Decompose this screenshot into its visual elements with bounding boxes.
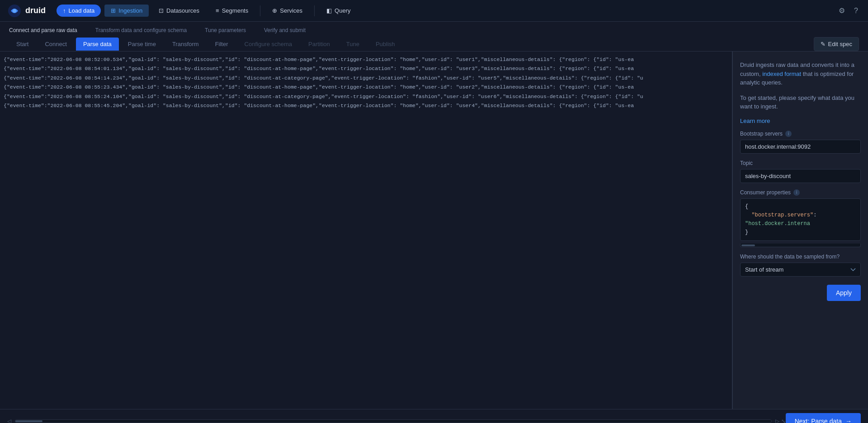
tab-start[interactable]: Start [9,38,36,51]
data-line: {"event-time":"2022-06-08 08:55:24.104",… [4,92,728,101]
phase-verify: Verify and submit [264,27,306,33]
consumer-properties-info-icon[interactable]: i [793,189,800,196]
tab-tune: Tune [339,38,367,51]
bootstrap-servers-input[interactable] [740,140,861,154]
topic-label: Topic [740,160,861,166]
tab-partition: Partition [301,38,337,51]
consumer-props-value: "host.docker.interna [745,221,810,227]
query-icon: ◧ [326,7,332,14]
services-nav-button[interactable]: ⊕ Services [266,5,309,17]
data-line: {"event-time":"2022-06-08 08:52:00.534",… [4,55,728,64]
indexed-format-link[interactable]: indexed format [762,70,801,77]
tab-publish: Publish [368,38,402,51]
intro-description-2: To get started, please specify what data… [740,94,861,111]
apply-button[interactable]: Apply [827,285,861,301]
data-line: {"event-time":"2022-06-08 08:55:23.434",… [4,83,728,92]
bottom-scrollbar-thumb [15,420,42,422]
scroll-left-indicator: ◁ [7,418,11,423]
edit-spec-icon: ✎ [821,41,826,47]
learn-more-link[interactable]: Learn more [740,118,861,124]
topic-input[interactable] [740,169,861,183]
consumer-props-open-brace: { [745,202,856,211]
tab-connect[interactable]: Connect [38,38,74,51]
main-content: {"event-time":"2022-06-08 08:52:00.534",… [0,52,868,409]
consumer-props-entry: "bootstrap.servers": "host.docker.intern… [745,211,856,228]
datasources-nav-button[interactable]: ⊡ Datasources [152,5,206,17]
consumer-properties-group: Consumer properties i { "bootstrap.serve… [740,189,861,248]
data-preview-panel[interactable]: {"event-time":"2022-06-08 08:52:00.534",… [0,52,732,409]
segments-nav-button[interactable]: ≡ Segments [209,5,255,17]
next-arrow-icon: → [845,418,852,423]
druid-logo-icon [7,4,22,18]
phase-tune: Tune parameters [205,27,246,33]
data-line: {"event-time":"2022-06-08 08:54:14.234",… [4,74,728,83]
data-line: {"event-time":"2022-06-08 08:54:01.134",… [4,64,728,73]
tab-parse-data[interactable]: Parse data [76,38,119,51]
wizard-header: Connect and parse raw data Transform dat… [0,22,868,52]
tab-parse-time[interactable]: Parse time [121,38,163,51]
bootstrap-servers-info-icon[interactable]: i [785,131,792,137]
help-button[interactable]: ? [851,4,861,18]
bottom-scrollbar[interactable] [15,419,772,423]
edit-spec-button[interactable]: ✎ Edit spec [814,37,859,51]
nav-divider-2 [314,5,315,16]
bootstrap-servers-label: Bootstrap servers i [740,131,861,137]
wizard-tabs: Start Connect Parse data Parse time Tran… [9,37,859,51]
consumer-properties-editor[interactable]: { "bootstrap.servers": "host.docker.inte… [740,198,861,241]
resize-handle-icon: ⤡ [781,418,786,423]
logo-text: druid [25,6,46,15]
scroll-right-indicator: ▷ [775,418,779,423]
logo: druid [7,4,46,18]
wizard-phases: Connect and parse raw data Transform dat… [9,27,859,33]
consumer-properties-scrollbar[interactable] [740,244,861,247]
nav-divider [260,5,260,16]
intro-description: Druid ingests raw data and converts it i… [740,61,861,87]
tab-configure-schema: Configure schema [237,38,300,51]
settings-button[interactable]: ⚙ [836,4,848,18]
svg-point-1 [13,9,16,13]
segments-icon: ≡ [216,7,219,14]
consumer-properties-label: Consumer properties i [740,189,861,196]
right-panel: Druid ingests raw data and converts it i… [732,52,868,409]
sample-from-select[interactable]: Start of stream End of stream [740,263,861,277]
bottom-bar: ◁ ▷ ⤡ Next: Parse data → [0,409,868,423]
ingestion-nav-button[interactable]: ⊞ Ingestion [104,5,149,17]
top-navigation: druid ↑ Load data ⊞ Ingestion ⊡ Datasour… [0,0,868,22]
consumer-scrollbar-thumb [741,244,755,246]
bootstrap-servers-group: Bootstrap servers i [740,131,861,154]
ingestion-icon: ⊞ [111,7,116,14]
consumer-props-key: "bootstrap.servers" [751,212,813,218]
upload-icon: ↑ [63,7,66,14]
query-nav-button[interactable]: ◧ Query [320,5,357,17]
topic-group: Topic [740,160,861,183]
next-parse-data-button[interactable]: Next: Parse data → [786,413,861,423]
services-icon: ⊕ [272,7,277,14]
load-data-button[interactable]: ↑ Load data [57,5,101,17]
data-line: {"event-time":"2022-06-08 08:55:45.204",… [4,101,728,110]
consumer-props-close-brace: } [745,228,856,237]
datasources-icon: ⊡ [159,7,164,14]
sample-from-label: Where should the data be sampled from? [740,254,861,260]
tab-filter[interactable]: Filter [208,38,236,51]
tab-transform[interactable]: Transform [165,38,206,51]
phase-transform: Transform data and configure schema [95,27,187,33]
phase-connect: Connect and parse raw data [9,27,77,33]
sample-from-group: Where should the data be sampled from? S… [740,254,861,277]
